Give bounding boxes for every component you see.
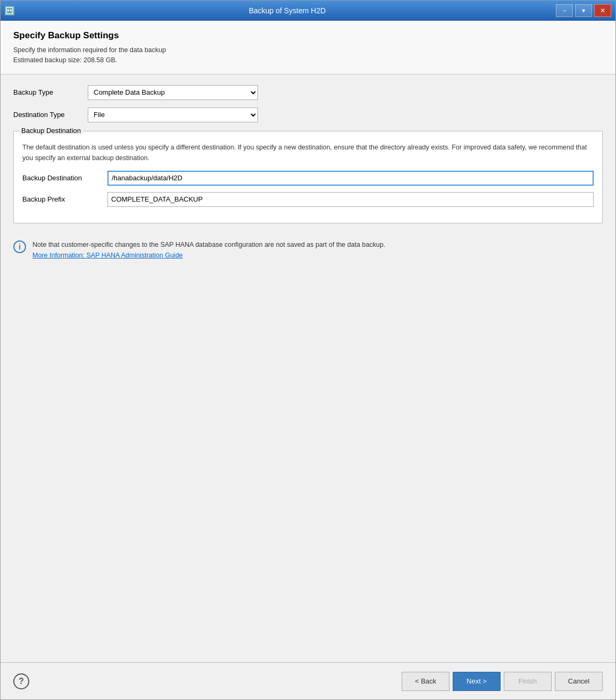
backup-prefix-label: Backup Prefix	[22, 195, 107, 203]
content-area: Specify Backup Settings Specify the info…	[1, 21, 615, 699]
subtitle-line1: Specify the information required for the…	[13, 46, 166, 54]
window-title: Backup of System H2D	[19, 6, 556, 15]
backup-type-row: Backup Type Complete Data Backup Differe…	[13, 85, 603, 100]
backup-type-select[interactable]: Complete Data Backup Differential Data B…	[88, 85, 258, 100]
main-window: Backup of System H2D − ▾ ✕ Specify Backu…	[0, 0, 616, 700]
cancel-button[interactable]: Cancel	[555, 672, 603, 691]
info-link[interactable]: More Information: SAP HANA Administratio…	[32, 252, 183, 259]
help-button[interactable]: ?	[13, 673, 29, 689]
back-button[interactable]: < Back	[402, 672, 449, 691]
footer-left: ?	[13, 673, 29, 689]
backup-destination-group: Backup Destination The default destinati…	[13, 131, 603, 223]
title-bar: Backup of System H2D − ▾ ✕	[1, 1, 615, 21]
backup-destination-row: Backup Destination	[22, 171, 594, 186]
main-content: Backup Type Complete Data Backup Differe…	[1, 74, 615, 663]
svg-rect-1	[7, 10, 9, 11]
info-box: i Note that customer-specific changes to…	[13, 234, 603, 266]
group-legend: Backup Destination	[19, 127, 83, 135]
info-icon: i	[13, 240, 26, 253]
info-text-line1: Note that customer-specific changes to t…	[32, 241, 385, 248]
window-controls: − ▾ ✕	[556, 4, 611, 17]
svg-rect-2	[10, 10, 12, 11]
info-text: Note that customer-specific changes to t…	[32, 239, 385, 261]
destination-type-select[interactable]: File Backint	[88, 107, 258, 122]
header-subtitle: Specify the information required for the…	[13, 45, 603, 65]
destination-type-row: Destination Type File Backint	[13, 107, 603, 122]
minimize-button[interactable]: −	[556, 4, 573, 17]
header-section: Specify Backup Settings Specify the info…	[1, 21, 615, 74]
svg-rect-0	[6, 7, 13, 14]
finish-button[interactable]: Finish	[504, 672, 552, 691]
backup-type-label: Backup Type	[13, 88, 88, 96]
next-button[interactable]: Next >	[453, 672, 501, 691]
close-button[interactable]: ✕	[594, 4, 611, 17]
app-icon	[5, 6, 14, 15]
subtitle-line2: Estimated backup size: 208.58 GB.	[13, 56, 117, 64]
group-description: The default destination is used unless y…	[22, 142, 594, 163]
backup-destination-label: Backup Destination	[22, 174, 107, 182]
maximize-button[interactable]: ▾	[575, 4, 592, 17]
footer-buttons: < Back Next > Finish Cancel	[402, 672, 603, 691]
backup-destination-input[interactable]	[107, 171, 594, 186]
backup-prefix-row: Backup Prefix	[22, 192, 594, 207]
footer: ? < Back Next > Finish Cancel	[1, 662, 615, 699]
destination-type-label: Destination Type	[13, 111, 88, 119]
backup-prefix-input[interactable]	[107, 192, 594, 207]
page-title: Specify Backup Settings	[13, 30, 603, 41]
